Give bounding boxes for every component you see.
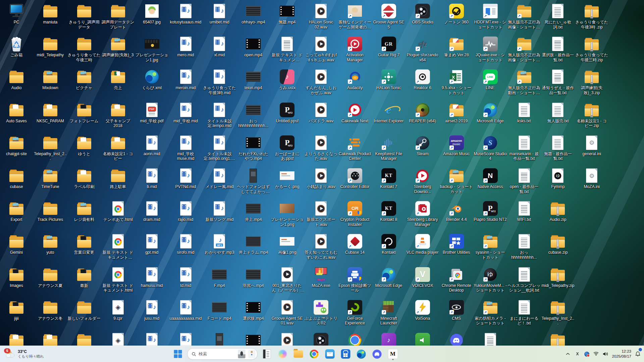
desktop-icon-通知うぜえ-親作品一覧-txt[interactable]: 通知うぜえ - 親作品一覧.txt: [541, 69, 575, 95]
desktop-icon-kontakt-8[interactable]: KTKontakt 8: [372, 201, 406, 222]
search-highlight-thumbnail-icon[interactable]: [238, 350, 245, 358]
desktop-icon-ぷよぷよ-テトリス-2[interactable]: ぷよぷよ™テトリス®2: [304, 300, 338, 326]
desktop-icon-001-東北きりたん-ノーマル-今じゃ[interactable]: 001_東北きりたん（ノーマル）_今じゃ...: [270, 267, 304, 293]
desktop-icon-voisona[interactable]: VoiSona: [406, 300, 439, 321]
desktop-icon-backup-ショートカット[interactable]: backup - ショートカット: [440, 168, 473, 194]
desktop-icon-brother-utilities[interactable]: Brother Utilities: [440, 234, 473, 255]
desktop-icon-crypton-product-installer[interactable]: CPICrypton Product Installer: [338, 201, 372, 227]
desktop-icon-こってゅh-dすおf-d-s-b-ふぉ-wav[interactable]: こってゅh dすおf d s b ふぉ.wav: [304, 36, 338, 62]
desktop-icon-きゅうり-調声用データ[interactable]: きゅうり_調声用データ: [67, 3, 101, 29]
desktop-icon-fymmp[interactable]: ゆFymmp: [541, 168, 575, 189]
desktop-icon-9-cpr[interactable]: ◈9.cpr: [101, 300, 135, 321]
desktop-icon-無人販売不正行為-画像-ショートカッ[interactable]: 無人販売不正行為 画像 - ショートカッ...: [507, 3, 541, 29]
desktop-icon-chatgpt-site[interactable]: chatgpt-site: [0, 135, 33, 157]
desktop-icon-無題-親作品一覧-txt[interactable]: 無題 - 親作品一覧.txt: [541, 135, 575, 161]
desktop-icon-activation-manager[interactable]: Activation Manager: [338, 36, 372, 62]
desktop-icon-syasinn-ショートカット[interactable]: syasinn - ショートカット: [474, 234, 507, 260]
desktop-icon-調声練習-失敗-3[interactable]: 調声練習(失敗)_3: [101, 36, 135, 58]
desktop-icon-おっ-hhhhhhhhhh[interactable]: おっ hhhhhhhhhh...: [507, 234, 541, 260]
desktop-icon-画像1-png[interactable]: 画像1.png: [270, 234, 304, 255]
desktop-icon-steam[interactable]: Steam: [406, 135, 439, 157]
desktop-icon-guitar-rig-7[interactable]: GRGuitar Rig 7: [372, 36, 406, 58]
desktop-icon-groove-agent-se-01-wav[interactable]: Groove Agent SE 01.wav: [270, 300, 304, 326]
desktop-icon-manisekarin-親作品一覧-txt[interactable]: manisekarin - 親作品一覧.txt: [507, 135, 541, 161]
desktop-icon-kontakt-7[interactable]: KTKontakt 7: [372, 168, 406, 189]
desktop-icon-meroin-mid[interactable]: ♪meroin.mid: [169, 69, 203, 90]
desktop-icon-xl-mid[interactable]: ♪xl.mid: [203, 36, 236, 58]
desktop-icon-dram-mid[interactable]: ♪dram.mid: [135, 201, 169, 222]
desktop-icon-audacity[interactable]: Audacity: [338, 69, 372, 90]
desktop-icon-ゆうと[interactable]: ゆうと: [67, 135, 101, 157]
desktop-icon-nksc-param[interactable]: NKSC_PARAM: [34, 102, 67, 124]
desktop-icon-cubase[interactable]: cubase: [0, 168, 33, 189]
taskbar-explorer-icon[interactable]: [292, 348, 305, 360]
desktop-icon-新規-テキスト-ドキュメント-html[interactable]: 新規 テキスト ドキュメント.html: [101, 267, 135, 293]
taskbar-store-icon[interactable]: [339, 348, 352, 360]
desktop-icon-midi-telepathy-zip[interactable]: midi_Telepathy.zip: [541, 267, 575, 288]
desktop-icon-yuto[interactable]: yuto: [34, 234, 67, 255]
desktop-icon-新規-テキスト-ドキュメント-2-html[interactable]: 新規 テキスト ドキュメント (2).html: [101, 234, 135, 260]
desktop-icon-chrome-remote-desktop[interactable]: Chrome Remote Desktop: [440, 267, 473, 293]
desktop-icon-controller-editor[interactable]: Controller Editor: [338, 168, 372, 189]
desktop-icon-cubase-14[interactable]: Cubase 14: [338, 234, 372, 255]
desktop-icon-fコード-mp4[interactable]: Fコード.mp4: [203, 300, 236, 321]
desktop-icon-井上-mp4[interactable]: 井上.mp4: [236, 201, 270, 222]
desktop-icon-無題-mp4[interactable]: 無題.mp4: [270, 3, 304, 25]
desktop-icon-audio[interactable]: Audio: [0, 69, 33, 90]
desktop-icon-小銭詰まり-wav[interactable]: 小銭詰まり.wav: [304, 168, 338, 189]
desktop-icon-きゅうり食ってた午後三時-zip[interactable]: きゅうり食ってた午後三時.zip: [575, 36, 608, 62]
desktop-icon-wifi-txt[interactable]: WIFI.txt: [507, 201, 541, 222]
desktop-icon-羽尻へ-mp4[interactable]: 羽尻へ.mp4: [236, 267, 270, 288]
desktop-icon-gpt-mid[interactable]: ♪gpt.mid: [135, 234, 169, 255]
desktop-icon-新規ソング-mid[interactable]: ♪新規ソング.mid: [203, 201, 236, 222]
taskbar-discord-icon[interactable]: [371, 348, 383, 360]
desktop-icon-きゅうり食ってた午後3時-mid[interactable]: ♪きゅうり食ってた午後3時.mid: [203, 69, 236, 95]
desktop-icon-td-mid[interactable]: ♪td.mid: [169, 267, 203, 288]
desktop-icon-reaktor-6[interactable]: Reaktor 6: [406, 69, 439, 90]
desktop-icon-epson-接続診断ツール[interactable]: Epson 接続診断ツール: [338, 267, 372, 293]
desktop-icon-選択肢-親作品一覧-txt[interactable]: 選択肢 - 親作品一覧.txt: [541, 36, 575, 62]
desktop-icon-新規エクスポート-wav[interactable]: 新規エクスポート.wav: [304, 201, 338, 227]
desktop-icon-9-5-xlsx-ショートカット[interactable]: X9.5.xlsx - ショートカット: [440, 69, 473, 95]
desktop-icon-midi-telepathy[interactable]: midi_Telepathy: [34, 36, 67, 58]
desktop-icon-アナウンス冬[interactable]: アナウンス冬: [34, 300, 67, 321]
desktop-icon-hamusu-mid[interactable]: ♪hamusu.mid: [135, 267, 169, 288]
taskbar-notepad-icon[interactable]: [260, 348, 273, 360]
desktop-icon-レジ袋有料[interactable]: レジ袋有料: [67, 201, 101, 222]
desktop-icon-だれだfxいれたやつ-mp4[interactable]: だれだFXいれたやつ.mp4: [236, 135, 270, 161]
taskbar-clock[interactable]: 12:23 2025/08/17: [612, 349, 631, 359]
desktop-icon-obs-studio[interactable]: OBS Studio: [406, 3, 439, 25]
desktop-icon-新しいフォルダー[interactable]: 新しいフォルダー: [67, 300, 101, 321]
desktop-icon-musescore-studio-4[interactable]: SMuseScore Studio 4: [474, 135, 507, 161]
desktop-icon-井上ドラム-mp4[interactable]: 井上ドラム.mp4: [236, 234, 270, 255]
desktop-icon-pvtnd-mid[interactable]: ♪PVTNd.mid: [169, 168, 203, 189]
desktop-icon-open-親作品一覧-txt[interactable]: open - 親作品一覧.txt: [507, 168, 541, 194]
desktop-icon-halion-sonic-02-wav[interactable]: HALion Sonic 02.wav: [304, 3, 338, 29]
desktop-icon-メドレー風-mid[interactable]: ♪メドレー風.mid: [203, 168, 236, 189]
desktop-icon-父子キャンプ2018[interactable]: 父子キャンプ2018: [101, 102, 135, 128]
desktop-icon-cms[interactable]: CMS: [440, 300, 473, 321]
desktop-icon-b-mid[interactable]: ♪b.mid: [135, 168, 169, 189]
taskbar-edge-icon[interactable]: [355, 348, 368, 360]
desktop-icon-おっ-hhhhhhhhhhhh[interactable]: おっ hhhhhhhhhhhh...: [236, 102, 270, 128]
tray-x-icon[interactable]: X: [574, 349, 580, 359]
start-button[interactable]: [171, 348, 184, 360]
taskbar-copilot-icon[interactable]: [276, 348, 289, 360]
desktop-icon-open-mp4[interactable]: open.mp4: [236, 36, 270, 58]
desktop-icon-rajio-mid[interactable]: ♪rajio.mid: [169, 201, 203, 222]
desktop-icon-vlc-media-player[interactable]: VLC media player: [406, 234, 439, 255]
desktop-icon-ヘルスコンプレッション-歌詞-txt[interactable]: ヘルスコンプレッション__歌詞.txt: [507, 267, 541, 293]
taskbar-mail-icon[interactable]: [323, 348, 336, 360]
desktop-icon-plogue-sforzando-x64[interactable]: sfzPlogue sforzando x64: [406, 36, 439, 62]
desktop-icon-track-pictures[interactable]: Track Pictures: [34, 201, 67, 222]
desktop-icon-まにまにわーるど-txt[interactable]: まにまにわーるど！.txt: [507, 300, 541, 326]
desktop-icon-piapro-studio-nt2[interactable]: PNT2Piapro Studio NT2: [474, 201, 507, 222]
notification-bell-icon[interactable]: [635, 349, 641, 359]
desktop-icon-blender-4-4[interactable]: Blender 4.4: [440, 201, 473, 222]
desktop-icon-ラベル印刷[interactable]: ラベル印刷: [67, 168, 101, 189]
desktop-icon-無人販売-txt[interactable]: 無人販売.txt: [541, 102, 575, 124]
desktop-icon-kontakt[interactable]: Kontakt: [372, 234, 406, 255]
desktop-icon-steinberg-downlo[interactable]: Steinberg Downlo...: [406, 168, 439, 194]
desktop-icon-ずんだもん-しおかぜふ-wav[interactable]: ずんだもん_しおかぜふ.wav: [304, 69, 338, 95]
desktop-icon-voicevox[interactable]: VVOICEVOX: [406, 267, 439, 288]
